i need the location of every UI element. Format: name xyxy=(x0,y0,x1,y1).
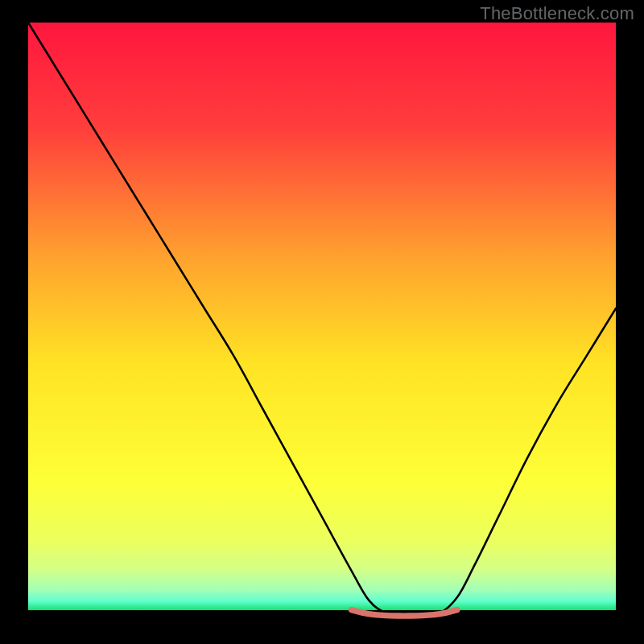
watermark-label: TheBottleneck.com xyxy=(480,3,634,24)
plot-area xyxy=(28,23,616,618)
curve-layer xyxy=(28,23,616,618)
bottleneck-curve xyxy=(28,23,616,617)
optimal-band-curve xyxy=(352,610,457,616)
chart-frame: TheBottleneck.com xyxy=(0,0,644,644)
